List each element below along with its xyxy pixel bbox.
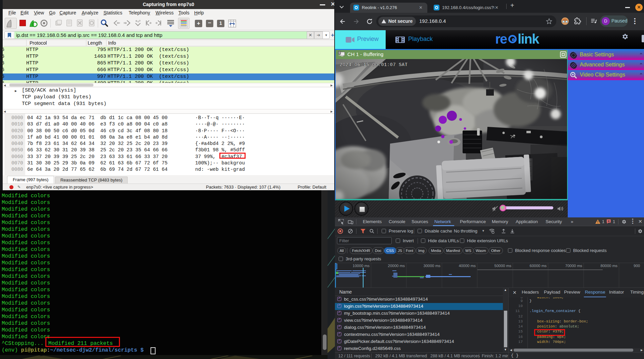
svg-text:2024/06/15 00:01:07 SAT: 2024/06/15 00:01:07 SAT — [340, 62, 407, 67]
